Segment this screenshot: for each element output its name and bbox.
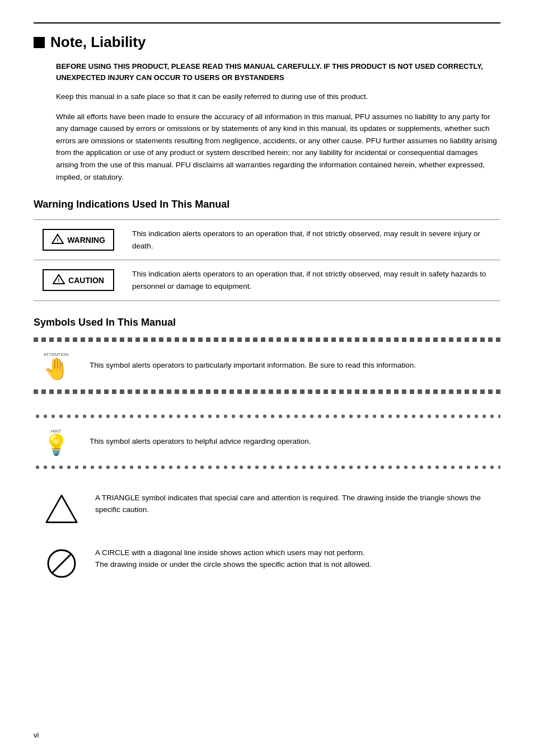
warning-badge: ! WARNING <box>43 229 114 251</box>
attention-icon-area: ATTENTION 🤚 <box>34 352 78 379</box>
caution-badge-cell: ! CAUTION <box>34 260 123 300</box>
hint-bulb-icon: 💡 <box>44 435 69 455</box>
hint-bottom-line <box>34 465 500 469</box>
intro-bold-text: BEFORE USING THIS PRODUCT, PLEASE READ T… <box>56 61 500 83</box>
warning-indications-table: ! WARNING This indication alerts operato… <box>34 219 500 300</box>
triangle-text: A TRIANGLE symbol indicates that special… <box>95 492 500 516</box>
circle-slash-symbol-row: A CIRCLE with a diagonal line inside sho… <box>39 541 500 586</box>
warning-description: This indication alerts operators to an o… <box>123 220 500 260</box>
attention-text: This symbol alerts operators to particul… <box>90 359 500 372</box>
caution-row: ! CAUTION This indication alerts operato… <box>34 260 500 300</box>
hint-symbol-row: HINT 💡 This symbol alerts operators to h… <box>34 424 500 459</box>
page-footer: vi <box>34 731 39 739</box>
symbols-section-heading: Symbols Used In This Manual <box>34 317 500 328</box>
caution-badge: ! CAUTION <box>43 269 114 291</box>
warning-row: ! WARNING This indication alerts operato… <box>34 220 500 260</box>
attention-top-line <box>34 337 500 342</box>
warning-section-heading: Warning Indications Used In This Manual <box>34 199 500 210</box>
svg-text:!: ! <box>57 237 59 243</box>
page-title: Note, Liability <box>34 34 500 51</box>
intro-para2: While all efforts have been made to ensu… <box>56 111 500 184</box>
caution-description: This indication alerts operators to an o… <box>123 260 500 300</box>
symbols-section: ATTENTION 🤚 This symbol alerts operators… <box>34 337 500 586</box>
attention-symbol-row: ATTENTION 🤚 This symbol alerts operators… <box>34 348 500 384</box>
warning-badge-cell: ! WARNING <box>34 220 123 260</box>
svg-line-6 <box>51 553 72 574</box>
attention-hand-icon: 🤚 <box>43 358 69 379</box>
caution-triangle-icon: ! <box>53 274 65 287</box>
intro-para1: Keep this manual in a safe place so that… <box>56 91 500 103</box>
hint-text: This symbol alerts operators to helpful … <box>90 435 500 448</box>
section-square-icon <box>34 37 45 48</box>
svg-text:!: ! <box>58 278 60 283</box>
svg-marker-4 <box>46 495 77 522</box>
circle-slash-text: A CIRCLE with a diagonal line inside sho… <box>95 547 500 571</box>
hint-top-line <box>34 414 500 419</box>
top-border <box>34 22 500 24</box>
circle-slash-symbol-icon <box>39 547 84 580</box>
triangle-symbol-row: A TRIANGLE symbol indicates that special… <box>39 486 500 533</box>
attention-label: ATTENTION <box>44 352 69 357</box>
hint-icon-area: HINT 💡 <box>34 429 78 455</box>
caution-label: CAUTION <box>68 276 104 285</box>
attention-bottom-line <box>34 389 500 394</box>
warning-label: WARNING <box>67 236 105 245</box>
triangle-symbol-icon <box>39 492 84 528</box>
intro-block: BEFORE USING THIS PRODUCT, PLEASE READ T… <box>56 61 500 183</box>
warning-triangle-icon: ! <box>51 233 64 246</box>
